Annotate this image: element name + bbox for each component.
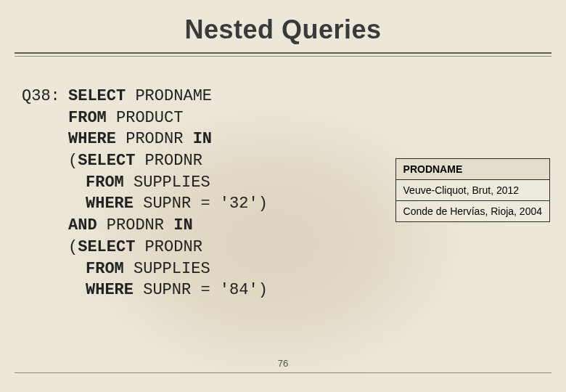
tbl-supplies-sub1: SUPPLIES (124, 173, 210, 192)
cell-prodname: Veuve-Cliquot, Brut, 2012 (395, 180, 549, 201)
col-prodnr-sub1: PRODNR (135, 152, 202, 170)
table-header-row: PRODNAME (395, 159, 549, 180)
tbl-product: PRODUCT (107, 109, 184, 127)
slide: Nested Queries Q38:SELECT PRODNAME FROM … (0, 0, 566, 392)
sql-query: Q38:SELECT PRODNAME FROM PRODUCT WHERE P… (22, 86, 268, 301)
txt-prodnr: PRODNR (116, 130, 193, 148)
kw-from: FROM (68, 109, 107, 127)
kw-from-sub1: FROM (86, 173, 124, 192)
table-row: Veuve-Cliquot, Brut, 2012 (395, 180, 549, 201)
title-underline (15, 52, 551, 57)
txt-supnr-84: SUPNR = '84') (134, 281, 268, 299)
kw-select-sub2: SELECT (78, 238, 135, 256)
query-label: Q38: (22, 86, 68, 107)
kw-in: IN (193, 130, 212, 148)
kw-in-2: IN (173, 216, 192, 234)
col-prodname: PRODNAME (126, 87, 212, 105)
cell-prodname: Conde de Hervías, Rioja, 2004 (395, 201, 549, 222)
result-table: PRODNAME Veuve-Cliquot, Brut, 2012 Conde… (395, 158, 550, 222)
tbl-supplies-sub2: SUPPLIES (124, 260, 210, 278)
kw-where-sub2: WHERE (86, 281, 134, 299)
txt-supnr-32: SUPNR = '32') (134, 195, 268, 213)
slide-title: Nested Queries (0, 15, 566, 45)
footer-line (15, 372, 551, 373)
col-header-prodname: PRODNAME (395, 159, 549, 180)
col-prodnr-sub2: PRODNR (135, 238, 202, 256)
paren-open-2: ( (68, 238, 78, 256)
kw-where-sub1: WHERE (86, 195, 134, 213)
txt-prodnr-2: PRODNR (97, 216, 174, 234)
kw-where: WHERE (68, 130, 116, 148)
paren-open: ( (68, 152, 78, 170)
page-number: 76 (0, 358, 566, 369)
kw-select: SELECT (68, 87, 126, 105)
kw-select-sub1: SELECT (78, 152, 135, 170)
kw-from-sub2: FROM (86, 260, 124, 278)
table-row: Conde de Hervías, Rioja, 2004 (395, 201, 549, 222)
kw-and: AND (68, 216, 97, 234)
